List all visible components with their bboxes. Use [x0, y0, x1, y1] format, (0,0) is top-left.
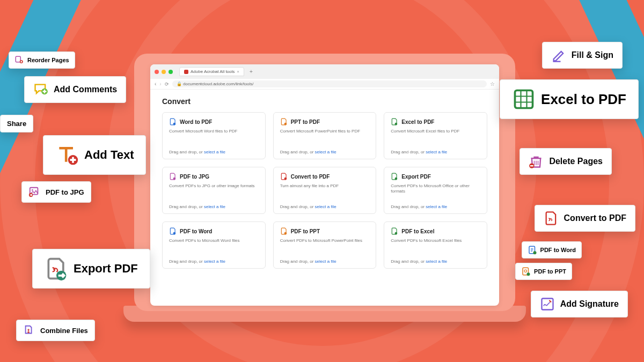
callout-label: Export PDF	[74, 262, 138, 276]
callout-pdf-to-ppt[interactable]: PDF to PPT	[515, 263, 572, 280]
card-footer: Drag and drop, or select a file	[169, 204, 259, 209]
callout-add-comments[interactable]: Add Comments	[24, 76, 126, 103]
card-title: PDF to Excel	[401, 228, 434, 234]
window-controls[interactable]	[155, 70, 173, 74]
reorder-pages-icon	[14, 55, 24, 65]
file-icon	[280, 118, 288, 125]
select-file-link[interactable]: select a file	[426, 259, 447, 264]
svg-point-25	[527, 272, 530, 276]
svg-point-5	[395, 178, 398, 180]
card-title: Excel to PDF	[401, 119, 434, 125]
file-icon	[391, 173, 398, 180]
callout-add-signature[interactable]: Add Signature	[531, 291, 628, 317]
page-content: Convert Word to PDF Convert Microsoft Wo…	[150, 90, 499, 306]
close-icon[interactable]	[155, 70, 159, 74]
card-description: Convert PDFs to Microsoft PowerPoint fil…	[280, 238, 370, 243]
select-file-link[interactable]: select a file	[204, 259, 225, 264]
card-footer: Drag and drop, or select a file	[169, 259, 259, 264]
new-tab-button[interactable]: +	[247, 69, 255, 75]
card-title: PDF to Word	[180, 228, 212, 234]
svg-point-1	[284, 123, 287, 125]
url-field[interactable]: 🔒 documentcloud.adobe.com/link/tools/	[172, 80, 487, 87]
card-description: Convert Microsoft Word files to PDF	[169, 129, 259, 134]
card-title: PDF to JPG	[180, 174, 209, 180]
card-footer: Drag and drop, or select a file	[280, 204, 370, 209]
callout-fill-sign[interactable]: Fill & Sign	[542, 42, 623, 69]
callout-label: Share	[7, 120, 26, 128]
tab-title: Adobe Acrobat All tools	[191, 69, 235, 74]
callout-label: Convert to PDF	[564, 213, 626, 223]
svg-point-0	[173, 123, 176, 125]
select-file-link[interactable]: select a file	[204, 150, 225, 154]
svg-point-8	[395, 232, 398, 235]
tool-card[interactable]: Export PDF Convert PDFs to Microsoft Off…	[384, 167, 487, 214]
file-icon	[169, 173, 177, 180]
callout-label: Add Signature	[560, 299, 619, 309]
svg-point-7	[284, 232, 287, 235]
laptop-frame: Adobe Acrobat All tools × + ‹ › ⟳ 🔒 docu…	[134, 54, 515, 311]
ppt-doc-icon	[521, 267, 531, 276]
callout-label: Add Comments	[54, 85, 117, 94]
card-footer: Drag and drop, or select a file	[391, 204, 480, 209]
svg-point-15	[32, 189, 33, 191]
select-file-link[interactable]: select a file	[315, 204, 336, 209]
select-file-link[interactable]: select a file	[315, 259, 336, 264]
callout-label: Add Text	[84, 148, 134, 162]
nav-back-icon[interactable]: ‹	[155, 81, 156, 87]
svg-rect-11	[21, 61, 22, 63]
callout-excel-to-pdf[interactable]: Excel to PDF	[500, 79, 639, 119]
callout-pdf-to-word[interactable]: PDF to Word	[522, 241, 582, 258]
tool-grid: Word to PDF Convert Microsoft Word files…	[162, 112, 487, 269]
tool-card[interactable]: PDF to Word Convert PDFs to Microsoft Wo…	[162, 221, 266, 269]
svg-point-22	[533, 251, 536, 254]
select-file-link[interactable]: select a file	[315, 150, 336, 154]
file-icon	[169, 227, 177, 235]
trash-icon	[529, 154, 544, 169]
url-text: documentcloud.adobe.com/link/tools/	[183, 82, 254, 86]
tool-card[interactable]: PDF to JPG Convert PDFs to JPG or other …	[162, 167, 266, 214]
comment-icon	[33, 82, 48, 97]
reload-icon[interactable]: ⟳	[165, 82, 169, 87]
callout-label: Fill & Sign	[572, 50, 613, 60]
callout-pdf-to-jpg[interactable]: PDF to JPG	[21, 181, 91, 203]
card-description: Turn almost any file into a PDF	[280, 183, 370, 189]
svg-point-4	[284, 178, 287, 180]
callout-delete-pages[interactable]: Delete Pages	[519, 148, 612, 175]
callout-convert-to-pdf[interactable]: Convert to PDF	[535, 205, 635, 232]
browser-addressbar: ‹ › ⟳ 🔒 documentcloud.adobe.com/link/too…	[150, 79, 499, 90]
callout-combine-files[interactable]: Combine Files	[16, 320, 95, 341]
browser-tabbar: Adobe Acrobat All tools × +	[150, 64, 499, 79]
tool-card[interactable]: Convert to PDF Turn almost any file into…	[273, 167, 377, 214]
tool-card[interactable]: Excel to PDF Convert Microsoft Excel fil…	[384, 112, 487, 159]
select-file-link[interactable]: select a file	[426, 204, 447, 209]
select-file-link[interactable]: select a file	[426, 150, 447, 154]
star-icon[interactable]: ☆	[490, 81, 495, 87]
card-footer: Drag and drop, or select a file	[391, 259, 480, 264]
tool-card[interactable]: Word to PDF Convert Microsoft Word files…	[162, 112, 266, 159]
callout-share[interactable]: Share	[0, 115, 33, 132]
spreadsheet-icon	[512, 87, 536, 111]
pen-icon	[551, 48, 566, 63]
minimize-icon[interactable]	[162, 70, 166, 74]
card-description: Convert PDFs to JPG or other image forma…	[169, 183, 259, 189]
tool-card[interactable]: PPT to PDF Convert Microsoft PowerPoint …	[273, 112, 377, 159]
card-footer: Drag and drop, or select a file	[280, 259, 370, 264]
tool-card[interactable]: PDF to PPT Convert PDFs to Microsoft Pow…	[273, 221, 377, 269]
pdf-doc-icon	[544, 211, 559, 226]
card-title: PPT to PDF	[291, 119, 320, 125]
file-icon	[280, 173, 288, 180]
browser-tab[interactable]: Adobe Acrobat All tools ×	[179, 67, 244, 76]
callout-export-pdf[interactable]: Export PDF	[32, 249, 150, 289]
file-icon	[391, 227, 398, 235]
select-file-link[interactable]: select a file	[204, 204, 225, 209]
svg-rect-18	[515, 91, 533, 108]
maximize-icon[interactable]	[169, 70, 173, 74]
card-description: Convert PDFs to Microsoft Word files	[169, 238, 259, 243]
callout-add-text[interactable]: Add Text	[43, 135, 146, 175]
nav-forward-icon[interactable]: ›	[159, 81, 161, 87]
tool-card[interactable]: PDF to Excel Convert PDFs to Microsoft E…	[384, 221, 487, 269]
close-tab-icon[interactable]: ×	[237, 69, 239, 74]
callout-reorder-pages[interactable]: Reorder Pages	[9, 51, 75, 69]
file-icon	[391, 118, 398, 125]
file-icon	[169, 118, 177, 125]
